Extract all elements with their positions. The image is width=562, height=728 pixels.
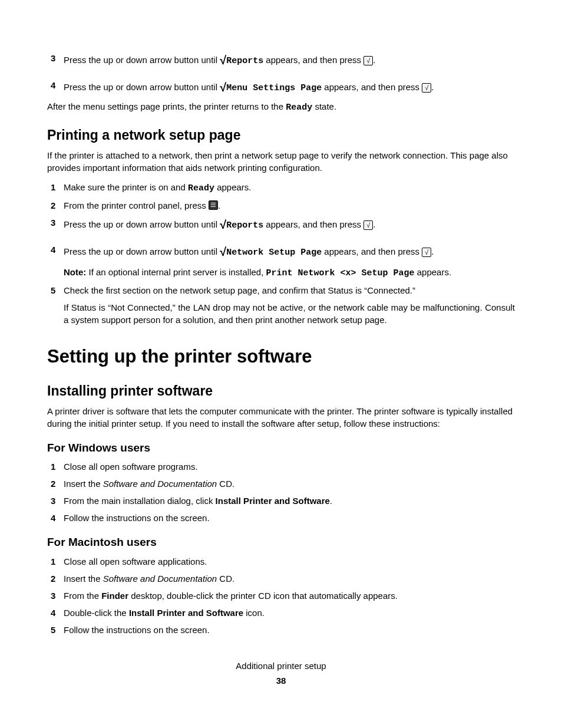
mac-steps: 1 Close all open software applications. … [47, 555, 515, 636]
step-menu: Menu Settings Page [226, 83, 322, 93]
net-step-1: 1 Make sure the printer is on and Ready … [47, 181, 515, 195]
step-number: 2 [51, 199, 55, 212]
mac-step-3: 3 From the Finder desktop, double-click … [47, 589, 515, 602]
step-number: 2 [51, 477, 55, 490]
mac-step-4: 4 Double-click the Install Printer and S… [47, 607, 515, 619]
step-text: Close all open software applications. [64, 556, 207, 566]
step-number: 5 [51, 284, 55, 297]
step-menu: Reports [226, 56, 263, 66]
footer-section: Additional printer setup [47, 660, 515, 672]
step-number: 3 [51, 495, 55, 507]
mac-step-2: 2 Insert the Software and Documentation … [47, 572, 515, 585]
select-button-icon: √ [422, 248, 431, 257]
net-step-5: 5 Check the first section on the network… [47, 284, 515, 326]
after-menu-text: After the menu settings page prints, the… [47, 100, 515, 114]
step-number: 4 [51, 512, 55, 524]
step-text: Check the first section on the network s… [64, 285, 415, 295]
ready-state: Ready [286, 103, 312, 113]
step-number: 4 [51, 79, 55, 91]
menu-button-icon [209, 200, 218, 210]
select-button-icon: √ [363, 220, 373, 230]
heading-network-setup: Printing a network setup page [47, 126, 515, 144]
win-step-2: 2 Insert the Software and Documentation … [47, 477, 515, 490]
step-text: Close all open software programs. [64, 462, 198, 472]
net-step-4: 4 Press the up or down arrow button unti… [47, 243, 515, 279]
step-number: 5 [51, 624, 55, 636]
step-text: Follow the instructions on the screen. [64, 625, 210, 635]
install-option: Install Printer and Software [216, 496, 330, 506]
network-intro: If the printer is attached to a network,… [47, 149, 515, 174]
select-button-icon: √ [422, 83, 431, 93]
step-3: 3 Press the up or down arrow button unti… [47, 52, 515, 68]
step-4: 4 Press the up or down arrow button unti… [47, 79, 515, 95]
windows-steps: 1 Close all open software programs. 2 In… [47, 460, 515, 524]
heading-install-software: Installing printer software [47, 381, 515, 400]
step-mid: appears, and then press [263, 55, 363, 65]
print-network-x: Print Network <x> Setup Page [266, 268, 414, 278]
step-post: . [373, 55, 375, 65]
step-subtext: If Status is “Not Connected,” the LAN dr… [64, 301, 515, 326]
step-number: 1 [51, 181, 55, 193]
win-step-4: 4 Follow the instructions on the screen. [47, 512, 515, 524]
nav-check-icon: √ [220, 54, 226, 67]
select-button-icon: √ [363, 56, 373, 65]
win-step-1: 1 Close all open software programs. [47, 460, 515, 473]
step-number: 3 [51, 589, 55, 602]
step-number: 1 [51, 460, 55, 473]
net-step-2: 2 From the printer control panel, press … [47, 199, 515, 212]
install-intro: A printer driver is software that lets t… [47, 405, 515, 430]
step-mid: appears, and then press [322, 82, 422, 92]
heading-mac: For Macintosh users [47, 535, 515, 551]
footer-page-number: 38 [47, 674, 515, 687]
step-text: Press the up or down arrow button until [64, 82, 220, 92]
step-number: 3 [51, 52, 55, 64]
network-steps: 1 Make sure the printer is on and Ready … [47, 181, 515, 326]
note-label: Note: [64, 267, 86, 277]
win-step-3: 3 From the main installation dialog, cli… [47, 495, 515, 507]
heading-windows: For Windows users [47, 440, 515, 456]
step-number: 2 [51, 572, 55, 585]
install-icon: Install Printer and Software [129, 608, 243, 618]
mac-step-1: 1 Close all open software applications. [47, 555, 515, 568]
step-number: 1 [51, 555, 55, 568]
step-number: 4 [51, 243, 55, 256]
cd-name: Software and Documentation [103, 479, 217, 489]
ready-state: Ready [188, 183, 214, 193]
net-step-3: 3 Press the up or down arrow button unti… [47, 216, 515, 233]
note-block: Note: If an optional internal print serv… [64, 266, 515, 279]
mac-step-5: 5 Follow the instructions on the screen. [47, 624, 515, 636]
step-text: Press the up or down arrow button until [64, 55, 220, 65]
cd-name: Software and Documentation [103, 574, 217, 584]
network-setup-menu: Network Setup Page [226, 248, 322, 258]
page-footer: Additional printer setup 38 [47, 660, 515, 687]
reports-menu: Reports [226, 220, 263, 230]
heading-setup-software: Setting up the printer software [47, 344, 515, 369]
nav-check-icon: √ [220, 218, 226, 231]
finder: Finder [101, 591, 128, 601]
step-post: . [431, 82, 434, 92]
step-number: 3 [51, 216, 55, 229]
nav-check-icon: √ [220, 245, 226, 258]
top-steps: 3 Press the up or down arrow button unti… [47, 52, 515, 95]
nav-check-icon: √ [220, 81, 226, 94]
step-text: Follow the instructions on the screen. [64, 513, 210, 523]
step-number: 4 [51, 607, 55, 619]
